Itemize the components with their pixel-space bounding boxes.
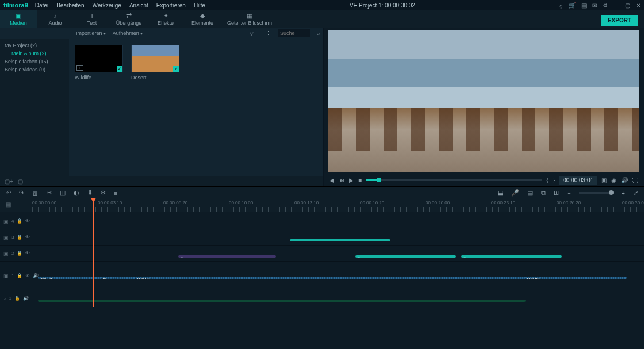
tab-medien[interactable]: ▣Medien	[0, 10, 37, 28]
zoom-slider[interactable]	[579, 192, 614, 194]
maximize-icon[interactable]: ▢	[625, 2, 630, 9]
fullscreen-icon[interactable]: ⛶	[632, 177, 638, 183]
text-icon: T	[90, 13, 94, 20]
lock-icon[interactable]: 🔒	[17, 218, 22, 224]
user-icon[interactable]: ⍶	[559, 2, 563, 9]
menu-datei[interactable]: Datei	[35, 2, 48, 9]
export-button[interactable]: EXPORT	[601, 15, 638, 26]
new-folder-icon[interactable]: ▢+	[5, 178, 13, 185]
redo-icon[interactable]: ↷	[19, 189, 24, 197]
clipboard-icon[interactable]: ▤	[581, 2, 586, 9]
thumb-desert[interactable]: ✓ Desert	[131, 45, 179, 80]
eye-icon[interactable]: 👁	[25, 273, 30, 278]
export-frame-icon[interactable]: ⬇	[87, 189, 93, 197]
prev-icon[interactable]: ◀	[329, 177, 334, 183]
menu-bearbeiten[interactable]: Bearbeiten	[56, 2, 84, 9]
zoom-out-icon[interactable]: −	[567, 190, 570, 197]
snapshot-icon[interactable]: ◉	[611, 177, 616, 183]
camera-icon[interactable]: ▣	[601, 177, 607, 183]
playhead[interactable]	[93, 199, 94, 307]
step-back-icon[interactable]: ⏮	[339, 177, 344, 183]
play-icon[interactable]: ▶	[349, 177, 354, 183]
eye-icon[interactable]: 👁	[25, 251, 30, 256]
tab-uebergaenge[interactable]: ⇄Übergänge	[110, 10, 147, 28]
track-v1[interactable]: ▣1🔒👁🔊 WildlifeDesertWildlifeWildlife	[0, 261, 644, 290]
timecode-display: 00:00:03:01	[559, 176, 597, 185]
seek-slider[interactable]	[366, 179, 542, 181]
mark-out-icon[interactable]: }	[553, 177, 555, 183]
marker-icon[interactable]: ⬓	[497, 189, 503, 197]
add-icon[interactable]: +	[76, 65, 83, 71]
cart-icon[interactable]: 🛒	[569, 2, 576, 9]
track-v4[interactable]: ▣4🔒👁	[0, 213, 644, 229]
eye-icon[interactable]: 👁	[25, 218, 30, 224]
color-icon[interactable]: ◐	[74, 189, 79, 197]
tree-mein-album[interactable]: Mein Album (2)	[0, 49, 69, 57]
filter-icon[interactable]: ▽	[250, 30, 254, 36]
track-v3[interactable]: ▣3🔒👁 ▯ Tiltshift Circle	[0, 229, 644, 245]
undo-icon[interactable]: ↶	[6, 189, 11, 197]
zoom-fit-icon[interactable]: ⤢	[633, 189, 638, 197]
clip[interactable]: Desert	[101, 277, 136, 279]
zoom-in-icon[interactable]: +	[622, 190, 625, 197]
lock-icon[interactable]: 🔒	[14, 296, 20, 301]
overlap-icon[interactable]: ⧉	[541, 189, 546, 197]
clip[interactable]: Wildlife	[38, 277, 101, 279]
menu-hilfe[interactable]: Hilfe	[194, 2, 205, 9]
render-icon[interactable]: ▤	[527, 189, 533, 197]
mark-in-icon[interactable]: {	[546, 177, 548, 183]
tree-my-project[interactable]: My Project (2)	[0, 41, 69, 49]
snap-icon[interactable]: ⊞	[554, 189, 559, 197]
time-ruler[interactable]: ▦ 00:00:00:0000:00:03:1000:00:06:2000:00…	[0, 199, 644, 212]
eye-icon[interactable]: 👁	[25, 235, 30, 240]
lock-icon[interactable]: 🔒	[17, 235, 22, 240]
delete-folder-icon[interactable]: ▢-	[18, 178, 25, 185]
clip[interactable]: Wildlife	[526, 277, 627, 279]
track-type-icon: ▣	[3, 235, 9, 240]
preview-viewport[interactable]	[328, 30, 639, 172]
message-icon[interactable]: ✉	[592, 2, 597, 9]
clip[interactable]: ▯ Mosaic	[461, 255, 562, 258]
close-icon[interactable]: ✕	[636, 2, 641, 9]
tree-beispielfarben[interactable]: Beispielfarben (15)	[0, 57, 69, 66]
track-v2[interactable]: ▣2🔒👁 ▯ Title 5▯ Tds▯ Mosaic	[0, 245, 644, 261]
clip[interactable]: ▯ Tds	[355, 255, 456, 258]
settings-icon[interactable]: ⚙	[603, 2, 608, 9]
search-icon[interactable]: ⌕	[317, 30, 320, 36]
menu-exportieren[interactable]: Exportieren	[156, 2, 186, 9]
stop-icon[interactable]: ■	[358, 177, 362, 183]
track-num: 1	[9, 296, 12, 301]
mute-icon[interactable]: 🔊	[23, 296, 29, 301]
delete-icon[interactable]: 🗑	[32, 190, 39, 197]
sort-icon[interactable]: ⋮⋮	[260, 30, 271, 36]
tab-geteilter-bildschirm[interactable]: ▦Geteilter Bildschirm	[221, 10, 278, 28]
menu-werkzeuge[interactable]: Werkzeuge	[93, 2, 121, 9]
ruler-mark: 00:00:16:20	[360, 200, 384, 205]
scissors-icon[interactable]: ✂	[47, 189, 52, 197]
clip[interactable]: ▯ Title 5	[178, 255, 276, 258]
search-input[interactable]	[278, 29, 310, 37]
window-controls: ⍶ 🛒 ▤ ✉ ⚙ — ▢ ✕	[559, 2, 641, 9]
tab-text[interactable]: TText	[74, 10, 110, 28]
thumb-wildlife[interactable]: +✓ Wildlife	[75, 45, 123, 80]
clip[interactable]: Wildlife	[136, 277, 526, 279]
mic-icon[interactable]: 🎤	[511, 189, 519, 197]
import-dropdown[interactable]: Importieren	[76, 30, 106, 36]
tab-audio[interactable]: ♪Audio	[37, 10, 74, 28]
clip[interactable]: Wildlife	[38, 300, 526, 302]
tab-elemente[interactable]: ◆Elemente	[184, 10, 221, 28]
record-dropdown[interactable]: Aufnehmen	[113, 30, 143, 36]
track-a1[interactable]: ♪1🔒🔊 Wildlife	[0, 290, 644, 306]
minimize-icon[interactable]: —	[614, 2, 619, 9]
lock-icon[interactable]: 🔒	[17, 251, 22, 256]
crop-icon[interactable]: ◫	[60, 189, 66, 197]
tab-effekte[interactable]: ✦Effekte	[147, 10, 184, 28]
tree-beispielvideos[interactable]: Beispielvideos (9)	[0, 66, 69, 74]
tl-settings-icon[interactable]: ≡	[114, 190, 117, 197]
freeze-icon[interactable]: ❄	[101, 189, 106, 197]
track-manager-icon[interactable]: ▦	[6, 201, 11, 208]
menu-ansicht[interactable]: Ansicht	[129, 2, 148, 9]
clip[interactable]: ▯ Tiltshift Circle	[290, 239, 390, 241]
volume-icon[interactable]: 🔊	[621, 177, 628, 183]
lock-icon[interactable]: 🔒	[17, 273, 22, 278]
